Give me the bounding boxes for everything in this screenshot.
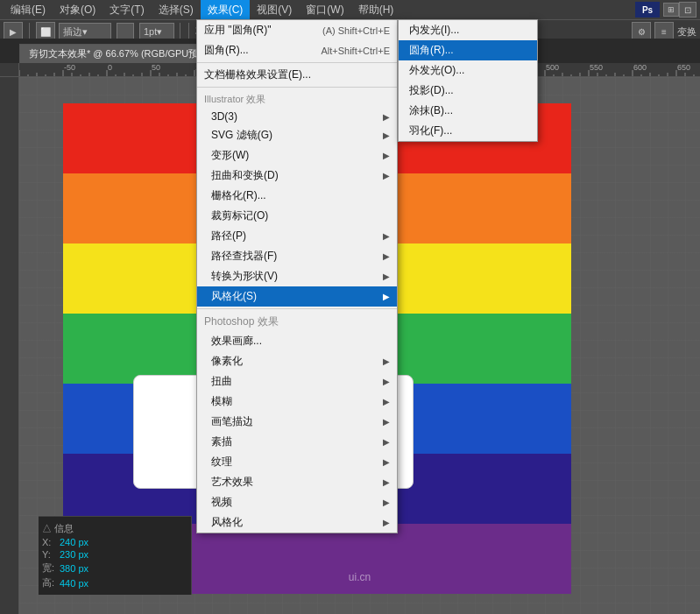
separator2 [180, 23, 180, 40]
effect-pathfinder[interactable]: 路径查找器(F) ▶ [197, 246, 397, 266]
menu-window[interactable]: 窗口(W) [299, 0, 350, 19]
separator3 [197, 308, 397, 309]
scribble[interactable]: 涂抹(B)... [399, 101, 537, 121]
menu-bar: 编辑(E) 对象(O) 文字(T) 选择(S) 效果(C) 视图(V) 窗口(W… [0, 0, 700, 19]
transform-label: 变换 [677, 25, 696, 39]
ps-blur[interactable]: 模糊 ▶ [197, 392, 397, 412]
view-toggle[interactable]: ⊞ [663, 3, 679, 17]
menu-effect[interactable]: 效果(C) [201, 0, 251, 19]
doc-grid-settings[interactable]: 文档栅格效果设置(E)... [197, 65, 397, 85]
w-label: 宽: [42, 561, 56, 575]
menu-select[interactable]: 选择(S) [152, 0, 201, 19]
document-tab[interactable]: 剪切文本效果* @ 66.67% (RGB/GPU预览) [19, 44, 221, 63]
separator2 [197, 87, 397, 88]
h-label: 高: [42, 576, 56, 589]
info-section-label: △ 信息 [42, 522, 187, 535]
photoshop-section-label: Photoshop 效果 [197, 311, 397, 331]
round-corners-sub[interactable]: 圆角(R)... [399, 40, 537, 60]
ruler-corner [0, 63, 19, 77]
watermark: ui.cn [349, 571, 371, 583]
x-value: 240 px [60, 537, 95, 547]
ps-artistic[interactable]: 艺术效果 ▶ [197, 472, 397, 492]
menu-view[interactable]: 视图(V) [250, 0, 299, 19]
w-value: 380 px [60, 563, 95, 574]
effect-deform[interactable]: 变形(W) ▶ [197, 145, 397, 166]
ruler-vertical [0, 77, 19, 614]
stroke-dropdown[interactable]: 插边▾ [59, 23, 111, 40]
effect-rasterize[interactable]: 栅格化(R)... [197, 186, 397, 206]
ps-stylize[interactable]: 风格化 ▶ [197, 512, 397, 533]
separator [197, 62, 397, 63]
menu-text[interactable]: 文字(T) [103, 0, 151, 19]
effect-dropdown-menu: 应用 "圆角(R)" (A) Shift+Ctrl+E 圆角(R)... Alt… [196, 19, 398, 533]
separator [29, 23, 30, 40]
ps-texture[interactable]: 纹理 ▶ [197, 452, 397, 472]
effect-convert-shape[interactable]: 转换为形状(V) ▶ [197, 266, 397, 286]
stylize-submenu: 内发光(I)... 圆角(R)... 外发光(O)... 投影(D)... 涂抹… [398, 19, 538, 142]
outer-glow[interactable]: 外发光(O)... [399, 60, 537, 81]
ps-sketch[interactable]: 素描 ▶ [197, 432, 397, 452]
x-label: X: [42, 537, 56, 547]
stroke-weight-dropdown[interactable]: 1pt▾ [139, 23, 174, 40]
effect-svg[interactable]: SVG 滤镜(G) ▶ [197, 125, 397, 145]
drop-shadow[interactable]: 投影(D)... [399, 81, 537, 101]
y-label: Y: [42, 549, 56, 560]
effect-3d[interactable]: 3D(3) ▶ [197, 108, 397, 125]
sep3 [188, 23, 189, 40]
effect-distort[interactable]: 扭曲和变换(D) ▶ [197, 166, 397, 186]
ps-brush[interactable]: 画笔描边 ▶ [197, 412, 397, 432]
menu-help[interactable]: 帮助(H) [351, 0, 401, 19]
apply-round-corners[interactable]: 应用 "圆角(R)" (A) Shift+Ctrl+E [197, 20, 397, 40]
ps-distort[interactable]: 扭曲 ▶ [197, 371, 397, 392]
expand-btn[interactable]: ⊡ [679, 2, 696, 18]
menu-object[interactable]: 对象(O) [53, 0, 103, 19]
inner-glow[interactable]: 内发光(I)... [399, 20, 537, 40]
ps-badge: Ps [635, 2, 660, 18]
round-corners[interactable]: 圆角(R)... Alt+Shift+Ctrl+E [197, 40, 397, 60]
effect-crop-marks[interactable]: 裁剪标记(O) [197, 206, 397, 226]
menu-edit[interactable]: 编辑(E) [4, 0, 53, 19]
h-value: 440 px [60, 578, 95, 589]
ps-video[interactable]: 视频 ▶ [197, 492, 397, 512]
effect-path[interactable]: 路径(P) ▶ [197, 226, 397, 246]
effect-stylize[interactable]: 风格化(S) ▶ [197, 286, 397, 307]
ps-gallery[interactable]: 效果画廊... [197, 331, 397, 351]
ps-pixelate[interactable]: 像素化 ▶ [197, 351, 397, 371]
stroke-color[interactable] [117, 23, 134, 40]
coords-panel: △ 信息 X: 240 px Y: 230 px 宽: 380 px 高: 44… [39, 516, 192, 595]
y-value: 230 px [60, 549, 95, 560]
illustrator-section-label: Illustrator 效果 [197, 89, 397, 108]
feather[interactable]: 羽化(F)... [399, 121, 537, 141]
